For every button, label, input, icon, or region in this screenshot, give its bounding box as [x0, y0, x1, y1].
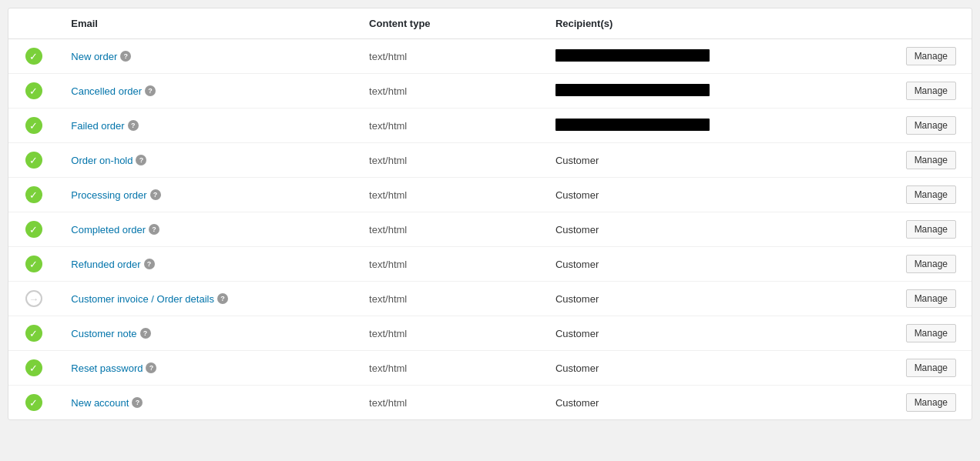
- help-icon[interactable]: ?: [150, 189, 161, 200]
- actions-cell: Manage: [860, 178, 972, 212]
- recipients-cell: [543, 39, 860, 74]
- content-type-cell: text/html: [357, 282, 543, 316]
- table-row: ✓Cancelled order?text/htmlManage: [8, 74, 972, 109]
- recipients-cell: [543, 109, 860, 143]
- email-link-refunded-order[interactable]: Refunded order: [71, 259, 140, 270]
- actions-cell: Manage: [860, 143, 972, 178]
- help-icon[interactable]: ?: [120, 51, 131, 62]
- manage-button-processing-order[interactable]: Manage: [906, 185, 956, 204]
- status-icon: ✓: [25, 394, 42, 411]
- table-row: ✓Failed order?text/htmlManage: [8, 109, 972, 143]
- table-row: ✓Refunded order?text/htmlCustomerManage: [8, 247, 972, 282]
- email-link-new-account[interactable]: New account: [71, 397, 129, 409]
- status-cell: ✓: [8, 212, 59, 247]
- status-icon: ✓: [25, 82, 42, 99]
- table-header-row: Email Content type Recipient(s): [8, 8, 972, 39]
- email-cell: Cancelled order?: [59, 74, 357, 109]
- status-icon: ✓: [25, 221, 42, 238]
- recipients-cell: Customer: [543, 282, 860, 316]
- actions-cell: Manage: [860, 316, 972, 351]
- email-cell: Reset password?: [59, 351, 357, 386]
- status-cell: ✓: [8, 74, 59, 109]
- email-cell: Refunded order?: [59, 247, 357, 282]
- help-icon[interactable]: ?: [149, 224, 159, 235]
- emails-table: Email Content type Recipient(s) ✓New ord…: [8, 8, 972, 419]
- manage-button-refunded-order[interactable]: Manage: [906, 255, 956, 273]
- table-row: ✓Customer note?text/htmlCustomerManage: [8, 316, 972, 351]
- redacted-bar: [555, 119, 710, 131]
- email-link-order-on-hold[interactable]: Order on-hold: [71, 155, 133, 166]
- email-cell: Customer invoice / Order details?: [59, 282, 357, 316]
- help-icon[interactable]: ?: [146, 362, 156, 373]
- manage-button-order-on-hold[interactable]: Manage: [906, 151, 956, 169]
- status-icon: →: [25, 290, 42, 307]
- email-link-customer-note[interactable]: Customer note: [71, 328, 136, 339]
- content-type-cell: text/html: [357, 316, 543, 351]
- email-cell: Completed order?: [59, 212, 357, 247]
- recipients-cell: Customer: [543, 178, 860, 212]
- status-icon: ✓: [25, 325, 42, 342]
- col-header-status: [8, 8, 59, 39]
- help-icon[interactable]: ?: [132, 397, 143, 408]
- table-row: ✓New account?text/htmlCustomerManage: [8, 386, 972, 420]
- content-type-cell: text/html: [357, 178, 543, 212]
- status-cell: ✓: [8, 386, 59, 420]
- content-type-cell: text/html: [357, 74, 543, 109]
- email-link-reset-password[interactable]: Reset password: [71, 362, 143, 374]
- help-icon[interactable]: ?: [144, 259, 155, 269]
- email-cell: Failed order?: [59, 109, 357, 143]
- email-link-failed-order[interactable]: Failed order: [71, 120, 124, 132]
- recipients-cell: Customer: [543, 386, 860, 420]
- actions-cell: Manage: [860, 386, 972, 420]
- manage-button-completed-order[interactable]: Manage: [906, 220, 956, 239]
- table-row: ✓New order?text/htmlManage: [8, 39, 972, 74]
- manage-button-customer-note[interactable]: Manage: [906, 324, 956, 342]
- actions-cell: Manage: [860, 282, 972, 316]
- manage-button-customer-invoice[interactable]: Manage: [906, 289, 956, 308]
- email-cell: Processing order?: [59, 178, 357, 212]
- email-link-completed-order[interactable]: Completed order: [71, 224, 146, 236]
- manage-button-failed-order[interactable]: Manage: [906, 116, 956, 135]
- manage-button-cancelled-order[interactable]: Manage: [906, 82, 956, 100]
- table-row: ✓Completed order?text/htmlCustomerManage: [8, 212, 972, 247]
- recipients-cell: [543, 74, 860, 109]
- status-icon: ✓: [25, 117, 42, 134]
- help-icon[interactable]: ?: [136, 155, 146, 165]
- status-cell: ✓: [8, 39, 59, 74]
- actions-cell: Manage: [860, 212, 972, 247]
- email-cell: Order on-hold?: [59, 143, 357, 178]
- redacted-bar: [555, 84, 710, 96]
- content-type-cell: text/html: [357, 143, 543, 178]
- content-type-cell: text/html: [357, 109, 543, 143]
- table-row: ✓Order on-hold?text/htmlCustomerManage: [8, 143, 972, 178]
- redacted-bar: [555, 49, 710, 62]
- manage-button-reset-password[interactable]: Manage: [906, 359, 956, 377]
- content-type-cell: text/html: [357, 212, 543, 247]
- col-header-content-type: Content type: [357, 8, 543, 39]
- actions-cell: Manage: [860, 74, 972, 109]
- status-icon: ✓: [25, 186, 42, 203]
- content-type-cell: text/html: [357, 39, 543, 74]
- manage-button-new-order[interactable]: Manage: [906, 47, 956, 65]
- emails-table-container: Email Content type Recipient(s) ✓New ord…: [8, 8, 972, 420]
- recipients-cell: Customer: [543, 143, 860, 178]
- help-icon[interactable]: ?: [128, 120, 139, 131]
- email-link-cancelled-order[interactable]: Cancelled order: [71, 85, 142, 97]
- recipients-cell: Customer: [543, 316, 860, 351]
- status-cell: ✓: [8, 109, 59, 143]
- status-icon: ✓: [25, 152, 42, 169]
- status-icon: ✓: [25, 359, 42, 376]
- status-cell: ✓: [8, 351, 59, 386]
- email-link-customer-invoice[interactable]: Customer invoice / Order details: [71, 293, 214, 305]
- email-link-new-order[interactable]: New order: [71, 51, 117, 62]
- help-icon[interactable]: ?: [217, 293, 228, 304]
- help-icon[interactable]: ?: [140, 328, 151, 339]
- help-icon[interactable]: ?: [145, 85, 156, 96]
- manage-button-new-account[interactable]: Manage: [906, 393, 956, 412]
- col-header-actions: [860, 8, 972, 39]
- actions-cell: Manage: [860, 109, 972, 143]
- actions-cell: Manage: [860, 247, 972, 282]
- email-link-processing-order[interactable]: Processing order: [71, 189, 146, 201]
- status-cell: ✓: [8, 178, 59, 212]
- email-cell: New account?: [59, 386, 357, 420]
